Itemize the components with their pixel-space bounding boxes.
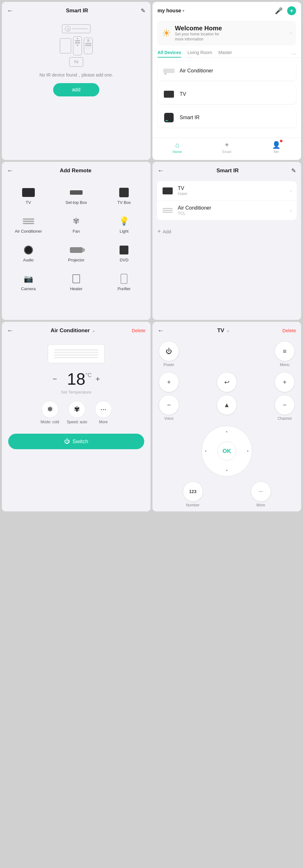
fan-type-icon: ✾ <box>69 216 84 227</box>
menu-label: Menu <box>280 363 290 367</box>
switch-button[interactable]: ⏻ Switch <box>8 434 144 449</box>
channel-up-button[interactable]: + <box>275 372 295 392</box>
remote-type-light[interactable]: 💡 Light <box>100 210 148 239</box>
ac-type-label: Air Conditioner <box>15 229 42 234</box>
ac-remote-title: Air Conditioner <box>51 328 94 334</box>
mic-icon[interactable]: 🎤 <box>275 7 283 14</box>
tv-remote-title: TV <box>217 328 229 334</box>
power-button[interactable]: ⏻ <box>159 341 179 361</box>
ir-wifi-line <box>85 45 91 46</box>
device-list: Air Conditioner TV Smart IR <box>152 58 301 134</box>
dpad-ok-button[interactable]: OK <box>217 442 236 461</box>
voice-down-button[interactable]: − <box>159 395 179 415</box>
voice-btn-wrap: + − Voice <box>159 372 179 421</box>
more-button[interactable]: ··· <box>251 482 271 502</box>
ac-bar2 <box>23 221 34 222</box>
mode-speed-label: Speed: auto <box>67 420 87 424</box>
tv-row-power-menu: ⏻ Power ≡ Menu <box>159 341 295 367</box>
remote-type-projector[interactable]: Projector <box>52 239 100 268</box>
dpad-down-icon[interactable]: • <box>226 468 228 473</box>
edit-icon[interactable]: ✎ <box>141 7 146 14</box>
add-device-row[interactable]: + Add <box>152 223 301 240</box>
device-card-ac[interactable]: Air Conditioner <box>157 61 296 81</box>
ir-remote-line <box>75 43 80 44</box>
back-icon[interactable]: ← <box>7 167 13 174</box>
number-btn-wrap: 123 Number <box>183 482 203 507</box>
back-button[interactable]: ↩ <box>217 372 237 392</box>
mode-cold-circle: ❄ <box>41 401 59 418</box>
channel-btn-wrap: + − Channel <box>275 372 295 421</box>
ac-mode-more[interactable]: ··· More <box>95 401 112 424</box>
ac-mode-speed[interactable]: ✾ Speed: auto <box>67 401 87 424</box>
remote-type-audio[interactable]: Audio <box>4 239 52 268</box>
tv-row-controls: + − Voice ↩ ▲ + − Channel <box>159 372 295 421</box>
remote-type-settopbox[interactable]: Set-top Box <box>52 181 100 210</box>
ir-wifi-lines <box>85 43 91 49</box>
temperature-unit: °C <box>85 372 92 379</box>
tv-type-icon <box>21 187 36 198</box>
remote-type-tv[interactable]: TV <box>4 181 52 210</box>
device-card-tv[interactable]: TV <box>157 84 296 104</box>
back-icon[interactable]: ← <box>7 327 13 334</box>
settopbox-icon-shape <box>70 190 83 195</box>
remote-type-purifier[interactable]: Purifier <box>100 268 148 296</box>
device-card-smartir[interactable]: Smart IR <box>157 108 296 127</box>
tab-master[interactable]: Master <box>218 50 232 58</box>
ac-bar3 <box>23 223 34 224</box>
remote-type-ac[interactable]: Air Conditioner <box>4 210 52 239</box>
ir-wifi-remote: ⌘ <box>84 38 93 54</box>
temp-increase-button[interactable]: + <box>92 373 104 385</box>
fan-type-label: Fan <box>73 229 80 234</box>
ac-mode-cold[interactable]: ❄ Mode: cold <box>40 401 59 424</box>
nav-home[interactable]: ⌂ Home <box>152 138 202 157</box>
remote-type-heater[interactable]: Heater <box>52 268 100 296</box>
temp-decrease-button[interactable]: − <box>49 373 61 385</box>
ir-device-tv[interactable]: TV Haier › <box>157 181 297 201</box>
back-icon[interactable]: ← <box>7 7 13 14</box>
ir-remote-dot <box>77 38 78 39</box>
mode-cold-label: Mode: cold <box>40 420 59 424</box>
dpad-right-icon[interactable]: • <box>247 448 249 454</box>
back-icon[interactable]: ← <box>157 167 164 174</box>
dpad-up-icon[interactable]: • <box>226 429 228 434</box>
dpad-left-icon[interactable]: • <box>205 448 207 454</box>
me-nav-label: Me <box>274 150 279 154</box>
edit-icon[interactable]: ✎ <box>291 167 296 174</box>
nav-me[interactable]: 👤 Me <box>251 138 301 157</box>
ir-ac-bar <box>72 28 88 29</box>
dvd-icon-shape <box>120 246 128 254</box>
add-home-button[interactable]: + <box>287 6 296 15</box>
light-icon-shape: 💡 <box>119 216 129 226</box>
tv-bottom-row: 123 Number ··· More <box>159 482 295 507</box>
tabs-more-icon[interactable]: ··· <box>291 51 296 57</box>
power-label: Power <box>163 363 174 367</box>
home-nav-icon: ⌂ <box>175 141 179 149</box>
nav-smart[interactable]: ✦ Smart <box>202 138 252 157</box>
tab-living-room[interactable]: Living Room <box>187 50 212 58</box>
menu-button[interactable]: ≡ <box>275 341 295 361</box>
voice-up-button[interactable]: + <box>159 372 179 392</box>
remote-type-tvbox[interactable]: TV Box <box>100 181 148 210</box>
remote-type-fan[interactable]: ✾ Fan <box>52 210 100 239</box>
ac-type-icon <box>21 216 36 227</box>
remote-type-camera[interactable]: 📷 Camera <box>4 268 52 296</box>
remote-type-dvd[interactable]: DVD <box>100 239 148 268</box>
ir-device-ac[interactable]: Air Conditioner TCL › <box>157 201 297 220</box>
welcome-subtitle: Set your home location for more informat… <box>175 32 225 42</box>
ac-unit-line3 <box>54 354 98 355</box>
number-button[interactable]: 123 <box>183 482 203 502</box>
menu-btn-wrap: ≡ Menu <box>275 341 295 367</box>
back-icon[interactable]: ← <box>157 327 164 334</box>
ir-devices-row: ⌘ <box>60 36 93 55</box>
channel-down-button[interactable]: − <box>275 395 295 415</box>
ir-remote-line <box>75 40 80 41</box>
tv-delete-button[interactable]: Delete <box>282 328 296 333</box>
add-button[interactable]: add <box>53 83 100 96</box>
home-button[interactable]: ▲ <box>217 395 237 415</box>
ac-delete-button[interactable]: Delete <box>132 328 146 333</box>
tab-all-devices[interactable]: All Devices <box>157 50 181 58</box>
welcome-banner[interactable]: ☀ Welcome Home Set your home location fo… <box>157 21 296 45</box>
power-btn-wrap: ⏻ Power <box>159 341 179 367</box>
chevron-down-icon[interactable]: ▾ <box>182 8 184 13</box>
ac-list-brand: TCL <box>178 211 211 216</box>
